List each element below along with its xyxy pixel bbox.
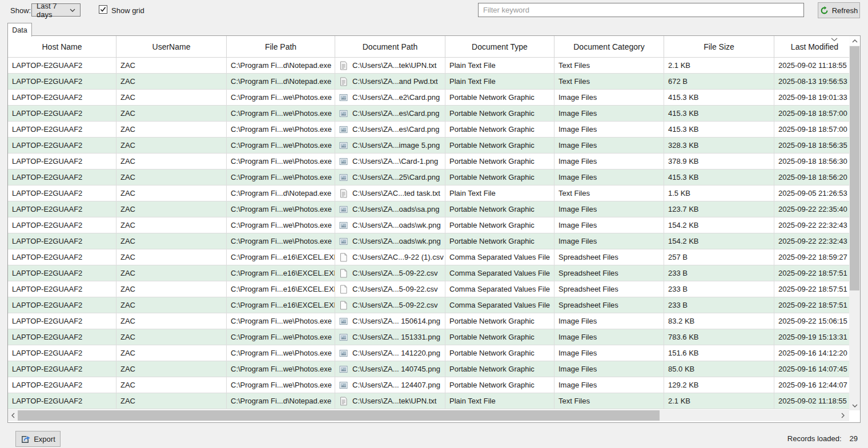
cell-text: 2025-09-22 18:57:51 — [778, 285, 847, 293]
cell-text: C:\Users\ZA... 141220.png — [352, 349, 440, 357]
cell-user: ZAC — [116, 345, 227, 361]
column-header-host[interactable]: Host Name — [8, 36, 116, 57]
cell-doc_path: C:\Users\ZAC...9-22 (1).csv — [335, 249, 445, 265]
cell-host: LAPTOP-E2GUAAF2 — [8, 201, 116, 217]
cell-text: Image Files — [558, 381, 597, 389]
table-row[interactable]: LAPTOP-E2GUAAF2ZACC:\Program Fi...we\Pho… — [8, 201, 849, 217]
table-row[interactable]: LAPTOP-E2GUAAF2ZACC:\Program Fi...we\Pho… — [8, 329, 849, 345]
cell-last_modified: 2025-09-18 18:57:00 — [774, 106, 849, 121]
cell-text: ZAC — [120, 141, 135, 150]
cell-user: ZAC — [116, 154, 227, 169]
cell-doc_category: Image Files — [554, 106, 664, 121]
table-row[interactable]: LAPTOP-E2GUAAF2ZACC:\Program Fi...d\Note… — [8, 74, 849, 90]
cell-text: C:\Program Fi...we\Photos.exe — [231, 93, 332, 102]
cell-doc_category: Image Files — [554, 361, 664, 377]
cell-file_path: C:\Program Fi...we\Photos.exe — [227, 345, 335, 361]
table-row[interactable]: LAPTOP-E2GUAAF2ZACC:\Program Fi...we\Pho… — [8, 106, 849, 122]
column-header-file_size[interactable]: File Size — [664, 36, 774, 57]
cell-text: Image Files — [558, 205, 597, 213]
table-row[interactable]: LAPTOP-E2GUAAF2ZACC:\Program Fi...e16\EX… — [8, 249, 849, 265]
vertical-scrollbar-thumb[interactable] — [850, 46, 859, 290]
table-row[interactable]: LAPTOP-E2GUAAF2ZACC:\Program Fi...we\Pho… — [8, 90, 849, 106]
cell-doc_type: Portable Network Graphic — [445, 377, 554, 393]
cell-text: LAPTOP-E2GUAAF2 — [12, 237, 82, 245]
table-row[interactable]: LAPTOP-E2GUAAF2ZACC:\Program Fi...d\Note… — [8, 58, 849, 74]
table-row[interactable]: LAPTOP-E2GUAAF2ZACC:\Program Fi...d\Note… — [8, 185, 849, 201]
cell-text: LAPTOP-E2GUAAF2 — [12, 397, 82, 405]
column-header-doc_type[interactable]: Document Type — [445, 36, 554, 57]
csv-file-icon — [339, 253, 352, 262]
scroll-down-button[interactable] — [849, 401, 860, 410]
cell-file_path: C:\Program Fi...we\Photos.exe — [227, 377, 335, 393]
cell-file_size: 415.3 KB — [664, 169, 774, 185]
cell-file_path: C:\Program Fi...d\Notepad.exe — [227, 185, 335, 201]
cell-text: Image Files — [558, 173, 597, 181]
column-header-file_path[interactable]: File Path — [227, 36, 335, 57]
cell-text: C:\Users\ZA... 124407.png — [352, 381, 440, 389]
vertical-scrollbar[interactable] — [849, 36, 860, 410]
cell-text: 328.3 KB — [668, 141, 699, 150]
column-header-doc_path[interactable]: Document Path — [335, 36, 445, 57]
cell-host: LAPTOP-E2GUAAF2 — [8, 217, 116, 233]
cell-text: ZAC — [120, 301, 135, 309]
table-row[interactable]: LAPTOP-E2GUAAF2ZACC:\Program Fi...we\Pho… — [8, 154, 849, 169]
table-row[interactable]: LAPTOP-E2GUAAF2ZACC:\Program Fi...d\Note… — [8, 393, 849, 409]
image-file-icon — [339, 221, 352, 230]
table-row[interactable]: LAPTOP-E2GUAAF2ZACC:\Program Fi...we\Pho… — [8, 345, 849, 361]
cell-text: C:\Program Fi...we\Photos.exe — [231, 381, 332, 389]
table-row[interactable]: LAPTOP-E2GUAAF2ZACC:\Program Fi...we\Pho… — [8, 138, 849, 154]
export-button[interactable]: Export — [15, 431, 61, 447]
table-row[interactable]: LAPTOP-E2GUAAF2ZACC:\Program Fi...we\Pho… — [8, 313, 849, 329]
cell-host: LAPTOP-E2GUAAF2 — [8, 265, 116, 281]
scroll-right-button[interactable] — [838, 410, 847, 421]
column-header-label: Host Name — [42, 42, 82, 51]
cell-last_modified: 2025-08-13 19:56:53 — [774, 74, 849, 89]
cell-text: Portable Network Graphic — [449, 381, 535, 389]
cell-text: ZAC — [120, 189, 135, 197]
column-header-label: Last Modified — [774, 42, 849, 51]
table-row[interactable]: LAPTOP-E2GUAAF2ZACC:\Program Fi...e16\EX… — [8, 265, 849, 281]
date-range-dropdown[interactable]: Last 7 days — [31, 3, 81, 17]
table-row[interactable]: LAPTOP-E2GUAAF2ZACC:\Program Fi...e16\EX… — [8, 281, 849, 297]
cell-host: LAPTOP-E2GUAAF2 — [8, 377, 116, 393]
table-row[interactable]: LAPTOP-E2GUAAF2ZACC:\Program Fi...we\Pho… — [8, 233, 849, 249]
cell-text: LAPTOP-E2GUAAF2 — [12, 125, 82, 134]
cell-text: 2025-09-18 19:01:33 — [778, 93, 847, 102]
column-header-doc_category[interactable]: Document Category — [554, 36, 664, 57]
grid-header-row: Host NameUserNameFile PathDocument PathD… — [8, 36, 849, 58]
cell-user: ZAC — [116, 217, 227, 233]
cell-doc_category: Image Files — [554, 329, 664, 345]
table-row[interactable]: LAPTOP-E2GUAAF2ZACC:\Program Fi...we\Pho… — [8, 122, 849, 138]
scroll-up-button[interactable] — [849, 36, 860, 46]
cell-file_path: C:\Program Fi...we\Photos.exe — [227, 138, 335, 153]
show-grid-checkbox[interactable] — [99, 5, 107, 14]
cell-user: ZAC — [116, 201, 227, 217]
column-header-user[interactable]: UserName — [116, 36, 227, 57]
scroll-left-button[interactable] — [8, 410, 18, 421]
filter-keyword-input[interactable] — [478, 3, 804, 17]
cell-text: C:\Users\ZA...25\Card.png — [352, 173, 440, 181]
cell-user: ZAC — [116, 122, 227, 137]
image-file-icon — [339, 365, 352, 374]
records-loaded: Records loaded: 29 — [787, 434, 858, 443]
tab-data[interactable]: Data — [7, 23, 32, 37]
table-row[interactable]: LAPTOP-E2GUAAF2ZACC:\Program Fi...we\Pho… — [8, 217, 849, 233]
column-header-last_modified[interactable]: Last Modified — [774, 36, 849, 57]
cell-doc_type: Portable Network Graphic — [445, 169, 554, 185]
table-row[interactable]: LAPTOP-E2GUAAF2ZACC:\Program Fi...we\Pho… — [8, 169, 849, 185]
cell-text: LAPTOP-E2GUAAF2 — [12, 333, 82, 341]
image-file-icon — [339, 125, 352, 134]
cell-text: 783.6 KB — [668, 333, 699, 341]
show-grid-label: Show grid — [111, 6, 144, 15]
cell-text: 154.2 KB — [668, 237, 699, 245]
image-file-icon — [339, 381, 352, 390]
table-row[interactable]: LAPTOP-E2GUAAF2ZACC:\Program Fi...we\Pho… — [8, 377, 849, 393]
image-file-icon — [339, 173, 352, 182]
table-row[interactable]: LAPTOP-E2GUAAF2ZACC:\Program Fi...we\Pho… — [8, 361, 849, 377]
text-file-icon — [339, 189, 352, 198]
horizontal-scrollbar-thumb[interactable] — [18, 410, 660, 421]
table-row[interactable]: LAPTOP-E2GUAAF2ZACC:\Program Fi...e16\EX… — [8, 297, 849, 313]
refresh-button[interactable]: Refresh — [818, 2, 860, 18]
horizontal-scrollbar[interactable] — [8, 410, 849, 421]
cell-doc_type: Portable Network Graphic — [445, 122, 554, 137]
